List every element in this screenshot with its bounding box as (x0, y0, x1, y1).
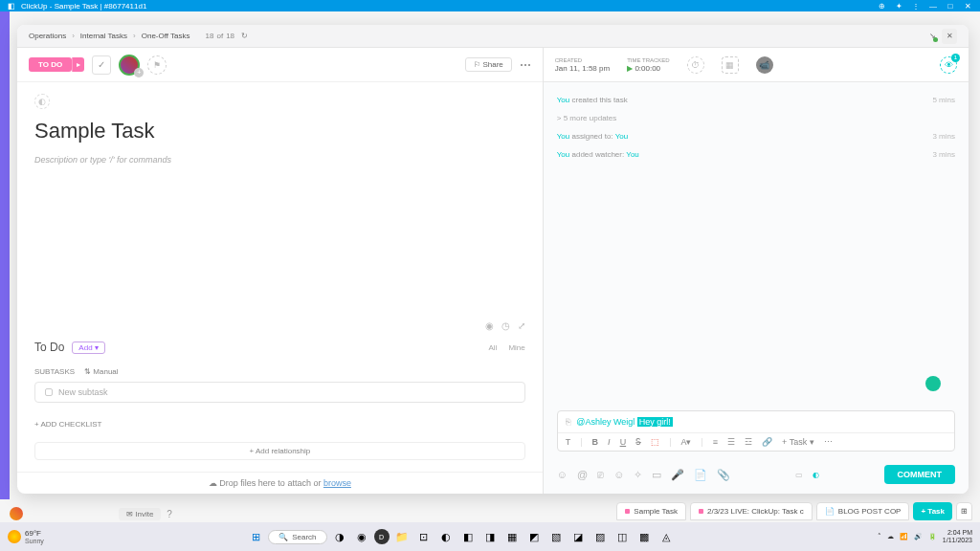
zoom-icon[interactable]: ⊕ (877, 1, 886, 11)
add-dropdown[interactable]: Add ▾ (72, 342, 104, 354)
subtasks-sort[interactable]: ⇅ Manual (84, 367, 118, 376)
maximize-icon[interactable]: □ (946, 1, 955, 11)
ai-icon[interactable]: ✧ (634, 469, 642, 481)
attach-file-icon[interactable]: 📎 (717, 469, 730, 481)
mini-tab-2[interactable]: 2/3/23 LIVE: ClickUp: Task c (690, 502, 813, 520)
activity-user[interactable]: You (557, 132, 570, 141)
comment-submit-button[interactable]: COMMENT (884, 465, 956, 484)
estimate-button[interactable]: ⏱ (687, 56, 704, 74)
link-icon[interactable]: 🔗 (762, 437, 772, 447)
filter-mine[interactable]: Mine (508, 343, 524, 352)
mini-tab-1[interactable]: Sample Task (616, 502, 686, 520)
menu-icon[interactable]: ⋮ (911, 1, 921, 11)
voice-icon[interactable]: 🎤 (671, 469, 684, 481)
add-relationship-button[interactable]: + Add relationship (34, 442, 525, 460)
tb-app-3[interactable]: D (374, 529, 390, 544)
tb-explorer[interactable]: 📁 (392, 527, 412, 546)
browse-link[interactable]: browse (323, 478, 351, 488)
extensions-icon[interactable]: ✦ (894, 1, 903, 11)
status-next-button[interactable]: ▸ (72, 57, 84, 72)
more-format-icon[interactable]: ⋯ (824, 437, 833, 447)
more-menu-icon[interactable]: ⋯ (520, 58, 531, 72)
minimize-modal-icon[interactable]: ↘ (929, 32, 936, 40)
strike-icon[interactable]: S̶ (635, 437, 641, 447)
tray-volume-icon[interactable]: 🔊 (914, 533, 923, 540)
activity-user[interactable]: You (557, 96, 570, 104)
status-button[interactable]: TO DO (29, 57, 72, 72)
color-icon[interactable]: ⬚ (651, 437, 659, 447)
add-checklist-button[interactable]: + ADD CHECKLIST (34, 420, 525, 429)
tb-app-1[interactable]: ◑ (330, 527, 349, 546)
task-title[interactable]: Sample Task (34, 119, 525, 143)
tb-app-2[interactable]: ◉ (352, 527, 371, 546)
breadcrumb-1[interactable]: Internal Tasks (80, 32, 127, 40)
tray-up-icon[interactable]: ˄ (878, 533, 881, 540)
grid-button[interactable]: ⊞ (956, 502, 972, 520)
font-color-icon[interactable]: A▾ (680, 437, 691, 447)
grammarly-icon[interactable] (925, 376, 941, 391)
video-icon[interactable]: 📹 (756, 56, 773, 74)
tb-app-5[interactable]: ◐ (436, 527, 456, 546)
tb-app-13[interactable]: ◫ (612, 527, 632, 546)
breadcrumb-0[interactable]: Operations (29, 32, 66, 40)
add-assignee-icon[interactable]: + (134, 68, 144, 77)
screen-record-icon[interactable]: ▭ (652, 469, 661, 481)
comment-input[interactable]: ⎘ @Ashley Weigl Hey girl! (558, 411, 954, 432)
new-subtask-input[interactable]: New subtask (34, 382, 525, 403)
filter-all[interactable]: All (489, 343, 498, 352)
comment-mention[interactable]: @Ashley Weigl (576, 417, 635, 427)
close-window-icon[interactable]: ✕ (963, 1, 972, 11)
expand-icon[interactable]: ⤢ (518, 320, 525, 331)
tb-app-11[interactable]: ◪ (568, 527, 588, 546)
tag-icon[interactable]: ◐ (34, 94, 50, 109)
italic-icon[interactable]: I (608, 437, 611, 447)
tb-app-10[interactable]: ▧ (546, 527, 566, 546)
mini-tab-3[interactable]: 📄BLOG POST COP (816, 502, 910, 520)
insert-task-button[interactable]: + Task ▾ (782, 437, 814, 447)
toggle-icon-2[interactable]: ◐ (813, 471, 819, 479)
invite-button[interactable]: ✉ Invite (119, 508, 161, 520)
help-icon[interactable]: ? (167, 509, 172, 519)
check-list-icon[interactable]: ☰ (727, 437, 735, 447)
dates-button[interactable]: ▦ (722, 56, 739, 74)
tray-battery-icon[interactable]: 🔋 (928, 533, 937, 540)
new-task-button[interactable]: + Task (913, 502, 952, 520)
close-modal-button[interactable]: ✕ (942, 29, 957, 44)
tb-app-4[interactable]: ⊡ (414, 527, 434, 546)
bold-icon[interactable]: B (592, 437, 599, 447)
tb-app-12[interactable]: ▨ (590, 527, 610, 546)
ordered-list-icon[interactable]: ☲ (745, 437, 752, 447)
taskbar-search[interactable]: 🔍 Search (268, 530, 326, 544)
history-icon[interactable]: ◷ (501, 320, 510, 331)
priority-flag-button[interactable]: ⚑ (147, 55, 167, 75)
drop-files-area[interactable]: ☁ Drop files here to attach or browse (17, 472, 543, 494)
start-button[interactable]: ⊞ (246, 527, 265, 546)
tb-app-14[interactable]: ▩ (635, 527, 654, 546)
mention-icon[interactable]: @ (577, 469, 588, 481)
tray-cloud-icon[interactable]: ☁ (887, 533, 894, 540)
watchers-button[interactable]: 👁1 (940, 56, 957, 74)
description-area[interactable]: Description or type '/' for commands ◉ ◷… (34, 155, 525, 331)
share-button[interactable]: ⚐ Share (465, 57, 512, 72)
toggle-icon-1[interactable]: ▭ (795, 471, 803, 479)
underline-icon[interactable]: U (620, 437, 627, 447)
emoji-icon[interactable]: ☺ (613, 469, 624, 481)
visibility-icon[interactable]: ◉ (485, 320, 494, 331)
slash-command-icon[interactable]: ⎚ (597, 469, 604, 481)
checkmark-button[interactable]: ✓ (92, 55, 111, 75)
tb-app-15[interactable]: ◬ (657, 527, 676, 546)
weather-widget[interactable]: 69°F Sunny (8, 529, 44, 544)
tray-wifi-icon[interactable]: 📶 (900, 533, 908, 540)
refresh-icon[interactable]: ↻ (241, 32, 248, 40)
minimize-icon[interactable]: — (928, 1, 938, 11)
activity-user[interactable]: You (557, 150, 570, 159)
format-text-icon[interactable]: T (566, 437, 571, 447)
breadcrumb-2[interactable]: One-Off Tasks (142, 32, 190, 40)
activity-more-toggle[interactable]: > 5 more updates (557, 114, 955, 122)
comment-box[interactable]: ⎘ @Ashley Weigl Hey girl! T | B I U S̶ ⬚… (557, 410, 955, 452)
bullet-list-icon[interactable]: ≡ (713, 437, 718, 447)
doc-icon[interactable]: 📄 (694, 469, 707, 481)
tb-app-8[interactable]: ▦ (502, 527, 522, 546)
tb-app-7[interactable]: ◨ (480, 527, 500, 546)
taskbar-clock[interactable]: 2:04 PM 1/11/2023 (943, 529, 972, 543)
